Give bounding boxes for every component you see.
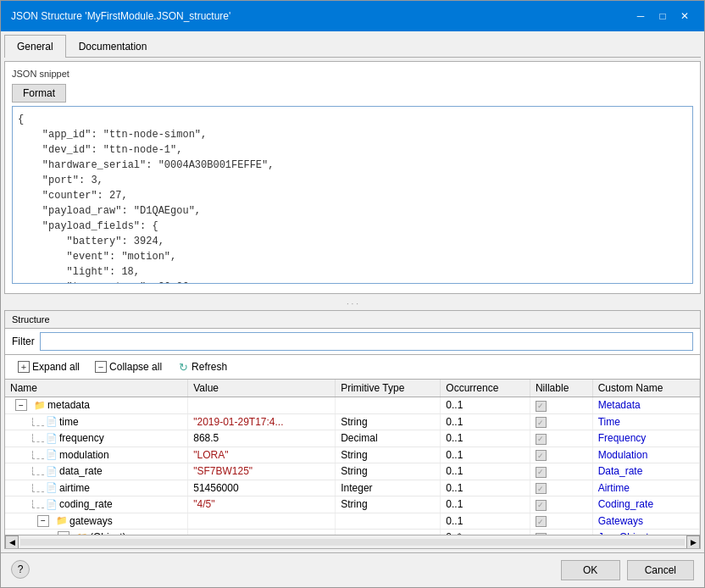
- primitive-type-cell: [336, 397, 441, 414]
- col-occurrence: Occurrence: [441, 380, 530, 397]
- value-cell: [188, 513, 336, 530]
- nillable-cell: [530, 447, 592, 463]
- nillable-checkbox[interactable]: [536, 516, 547, 527]
- col-primitive-type: Primitive Type: [336, 380, 441, 397]
- col-name: Name: [5, 380, 188, 397]
- tab-general[interactable]: General: [4, 35, 66, 58]
- file-icon: 📄: [46, 498, 58, 510]
- scroll-left-btn[interactable]: ◀: [5, 535, 19, 549]
- custom-name-cell: Data_rate: [592, 463, 699, 480]
- table-row: 📄 data_rate "SF7BW125" String 0..1: [5, 463, 700, 480]
- folder-icon: 📁: [56, 515, 68, 527]
- format-button[interactable]: Format: [12, 84, 66, 103]
- title-bar: JSON Structure 'MyFirstModule.JSON_struc…: [1, 1, 704, 31]
- nillable-cell: [530, 496, 592, 513]
- collapse-all-label: Collapse all: [109, 361, 162, 373]
- nillable-checkbox[interactable]: [536, 450, 547, 461]
- dialog-title: JSON Structure 'MyFirstModule.JSON_struc…: [11, 10, 230, 22]
- nillable-cell: [530, 413, 592, 430]
- structure-section: Structure Filter + Expand all − Collapse…: [4, 310, 701, 549]
- primitive-type-cell: String: [336, 463, 441, 480]
- tab-documentation[interactable]: Documentation: [66, 35, 160, 58]
- json-snippet-label: JSON snippet: [12, 69, 693, 79]
- custom-name-cell: Gateways: [592, 513, 699, 530]
- tab-documentation-label: Documentation: [79, 41, 147, 53]
- horizontal-scrollbar[interactable]: ◀ ▶: [5, 535, 700, 548]
- filter-label: Filter: [12, 336, 35, 347]
- close-button[interactable]: ✕: [675, 8, 694, 25]
- name-cell: − 📁 gateways: [5, 513, 188, 530]
- tree-table-container[interactable]: Name Value Primitive Type Occurrence Nil…: [5, 380, 700, 535]
- value-cell: "2019-01-29T17:4...: [188, 413, 336, 430]
- occurrence-cell: 0..1: [441, 463, 530, 480]
- occurrence-cell: 0..1: [441, 513, 530, 530]
- value-cell: 51456000: [188, 480, 336, 496]
- custom-name-cell: Modulation: [592, 447, 699, 463]
- primitive-type-cell: String: [336, 447, 441, 463]
- name-cell: 📄 frequency: [5, 430, 188, 447]
- value-cell: "LORA": [188, 447, 336, 463]
- nillable-checkbox[interactable]: [536, 483, 547, 494]
- table-header-row: Name Value Primitive Type Occurrence Nil…: [5, 380, 700, 397]
- node-name: data_rate: [59, 465, 103, 477]
- primitive-type-cell: String: [336, 496, 441, 513]
- filter-row: Filter: [5, 329, 700, 355]
- table-row: − 📁 metadata 0..1: [5, 397, 700, 414]
- tab-content-general: JSON snippet Format { "app_id": "ttn-nod…: [4, 61, 701, 549]
- col-value: Value: [188, 380, 336, 397]
- nillable-checkbox[interactable]: [536, 467, 547, 478]
- cancel-button[interactable]: Cancel: [627, 560, 694, 580]
- collapse-gateways-btn[interactable]: −: [37, 515, 49, 527]
- scroll-right-btn[interactable]: ▶: [686, 535, 700, 549]
- occurrence-cell: 0..1: [441, 413, 530, 430]
- name-cell: 📄 time: [5, 413, 188, 430]
- filter-input[interactable]: [40, 332, 693, 351]
- name-cell: 📄 airtime: [5, 480, 188, 496]
- primitive-type-cell: [336, 513, 441, 530]
- nillable-checkbox[interactable]: [536, 434, 547, 445]
- nillable-checkbox[interactable]: [536, 417, 547, 428]
- table-row: 📄 frequency 868.5 Decimal 0..1: [5, 430, 700, 447]
- file-icon: 📄: [46, 416, 58, 428]
- table-row: − 📁 gateways 0..1: [5, 513, 700, 530]
- refresh-icon: ↻: [177, 361, 189, 373]
- resizer-handle[interactable]: · · ·: [4, 297, 701, 310]
- node-name: gateways: [69, 515, 113, 527]
- expand-all-button[interactable]: + Expand all: [12, 358, 86, 375]
- col-custom-name: Custom Name: [592, 380, 699, 397]
- nillable-cell: [530, 430, 592, 447]
- primitive-type-cell: Decimal: [336, 430, 441, 447]
- table-row: 📄 modulation "LORA" String 0..1: [5, 447, 700, 463]
- maximize-icon: □: [659, 10, 665, 22]
- custom-name-cell: Metadata: [592, 397, 699, 414]
- occurrence-cell: 0..1: [441, 430, 530, 447]
- nillable-checkbox[interactable]: [536, 401, 547, 412]
- tree-table: Name Value Primitive Type Occurrence Nil…: [5, 380, 700, 535]
- value-cell: 868.5: [188, 430, 336, 447]
- collapse-metadata-btn[interactable]: −: [15, 399, 27, 411]
- primitive-type-cell: Integer: [336, 480, 441, 496]
- value-cell: "SF7BW125": [188, 463, 336, 480]
- node-name: metadata: [47, 399, 90, 411]
- primitive-type-cell: String: [336, 413, 441, 430]
- file-icon: 📄: [46, 449, 58, 461]
- name-cell: 📄 data_rate: [5, 463, 188, 480]
- refresh-button[interactable]: ↻ Refresh: [171, 358, 233, 375]
- name-cell: 📄 modulation: [5, 447, 188, 463]
- minimize-button[interactable]: ─: [631, 8, 650, 25]
- nillable-cell: [530, 513, 592, 530]
- ok-button[interactable]: OK: [561, 560, 620, 580]
- maximize-button[interactable]: □: [653, 8, 672, 25]
- nillable-checkbox[interactable]: [536, 500, 547, 511]
- json-textarea[interactable]: { "app_id": "ttn-node-simon", "dev_id": …: [12, 106, 693, 284]
- tree-body: − 📁 metadata 0..1: [5, 397, 700, 535]
- custom-name-cell: Frequency: [592, 430, 699, 447]
- help-button[interactable]: ?: [11, 560, 30, 579]
- dialog-footer: ? OK Cancel: [1, 552, 704, 587]
- dialog-body: General Documentation JSON snippet Forma…: [1, 31, 704, 552]
- occurrence-cell: 0..1: [441, 480, 530, 496]
- collapse-all-button[interactable]: − Collapse all: [89, 358, 168, 375]
- value-cell: [188, 397, 336, 414]
- name-cell: 📄 coding_rate: [5, 496, 188, 513]
- table-row: 📄 coding_rate "4/5" String 0..1: [5, 496, 700, 513]
